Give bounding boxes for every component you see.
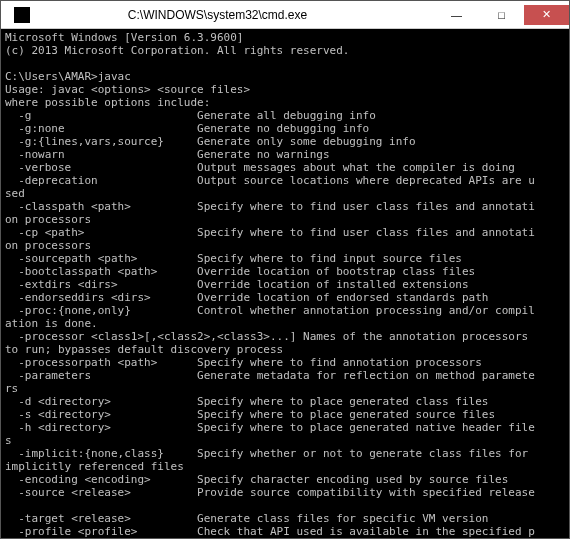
maximize-button[interactable]: □ [479, 5, 524, 25]
cmd-window: C:\WINDOWS\system32\cmd.exe — □ ✕ Micros… [0, 0, 570, 539]
titlebar-center: C:\WINDOWS\system32\cmd.exe [1, 8, 434, 22]
window-controls: — □ ✕ [434, 5, 569, 25]
titlebar[interactable]: C:\WINDOWS\system32\cmd.exe — □ ✕ [1, 1, 569, 29]
close-button[interactable]: ✕ [524, 5, 569, 25]
app-icon [14, 7, 30, 23]
window-title: C:\WINDOWS\system32\cmd.exe [128, 8, 307, 22]
terminal-output[interactable]: Microsoft Windows [Version 6.3.9600] (c)… [1, 29, 569, 538]
minimize-button[interactable]: — [434, 5, 479, 25]
